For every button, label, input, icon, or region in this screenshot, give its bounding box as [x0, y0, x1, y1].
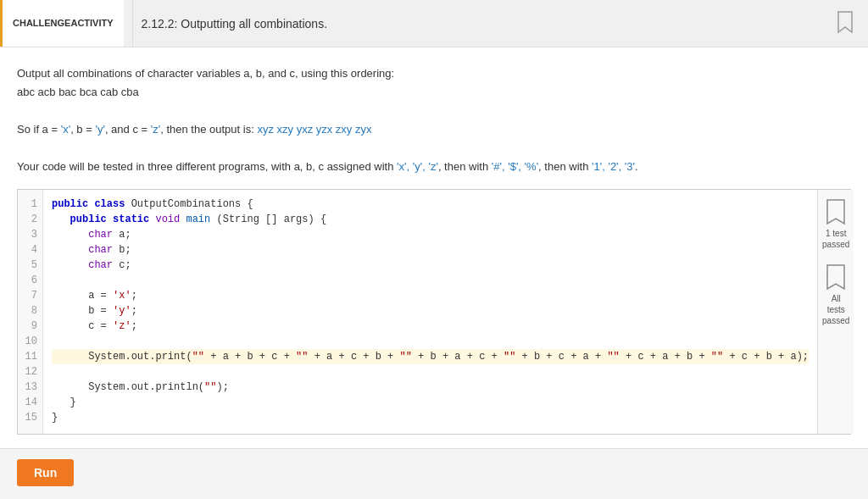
editor-main: 1 2 3 4 5 6 7 8 9 10 11 12 13 14 15 publ… — [18, 190, 817, 434]
code-line: public class OutputCombinations { — [52, 197, 809, 212]
code-line: char b; — [52, 242, 809, 258]
challenge-activity-label: CHALLENGE ACTIVITY — [0, 0, 124, 47]
code-line: } — [52, 410, 809, 425]
code-line — [52, 364, 809, 380]
code-line: char c; — [52, 258, 809, 273]
instructions-line4: So if a = 'x', b = 'y', and c = 'z', the… — [17, 120, 851, 139]
code-line: char a; — [52, 227, 809, 242]
code-editor[interactable]: 1 2 3 4 5 6 7 8 9 10 11 12 13 14 15 publ… — [17, 189, 851, 435]
main-content: Output all combinations of character var… — [0, 47, 868, 448]
test2-label: All testspassed — [822, 293, 849, 326]
header: CHALLENGE ACTIVITY 2.12.2: Outputting al… — [0, 0, 868, 47]
run-button[interactable]: Run — [17, 459, 74, 486]
test1-icon — [824, 198, 848, 225]
code-line: public static void main (String [] args)… — [52, 212, 809, 227]
code-line — [52, 273, 809, 288]
code-line: c = 'z'; — [52, 319, 809, 334]
code-line — [52, 334, 809, 349]
activity-title: 2.12.2: Outputting all combinations. — [142, 17, 836, 30]
side-panel: 1 testpassed All testspassed — [817, 190, 854, 434]
code-line: a = 'x'; — [52, 288, 809, 303]
bookmark-icon[interactable] — [836, 10, 854, 37]
code-line: } — [52, 395, 809, 410]
test2-badge: All testspassed — [822, 263, 849, 326]
instructions-block: Output all combinations of character var… — [17, 64, 851, 177]
header-divider — [132, 0, 133, 47]
line-numbers: 1 2 3 4 5 6 7 8 9 10 11 12 13 14 15 — [18, 190, 43, 434]
code-line: b = 'y'; — [52, 303, 809, 319]
instructions-line2: abc acb bac bca cab cba — [17, 83, 851, 102]
code-line: System.out.println(""); — [52, 380, 809, 395]
bottom-bar: Run — [0, 448, 868, 496]
test2-icon — [824, 263, 848, 291]
code-content[interactable]: public class OutputCombinations { public… — [43, 190, 817, 434]
code-line-highlighted: System.out.print("" + a + b + c + "" + a… — [52, 349, 809, 364]
instructions-line1: Output all combinations of character var… — [17, 64, 851, 83]
instructions-line6: Your code will be tested in three differ… — [17, 158, 851, 176]
test1-label: 1 testpassed — [822, 228, 849, 250]
test1-badge: 1 testpassed — [822, 198, 849, 250]
